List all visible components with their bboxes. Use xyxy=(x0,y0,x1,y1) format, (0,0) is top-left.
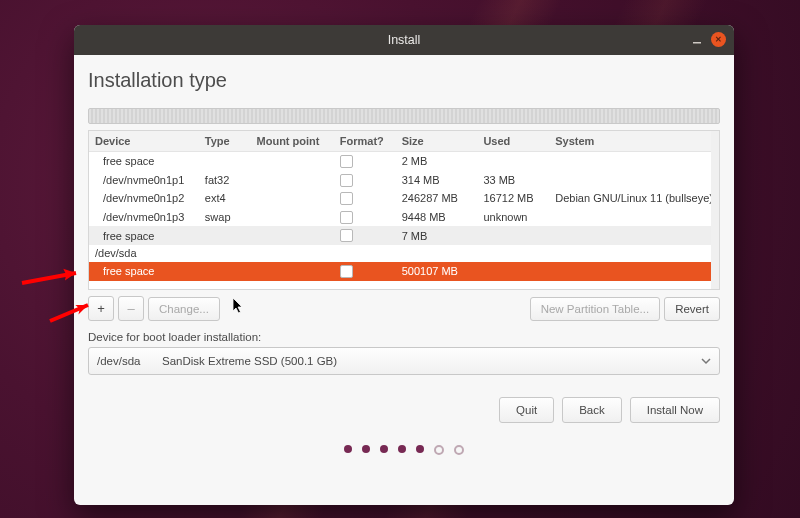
window-title: Install xyxy=(388,33,421,47)
col-size: Size xyxy=(396,131,478,152)
progress-dot xyxy=(454,445,464,455)
remove-partition-button[interactable]: – xyxy=(118,296,144,321)
boot-loader-label: Device for boot loader installation: xyxy=(88,331,720,343)
partition-table: Device Type Mount point Format? Size Use… xyxy=(88,130,720,290)
table-row[interactable]: /dev/nvme0n1p2ext4246287 MB16712 MBDebia… xyxy=(89,189,719,208)
table-row[interactable]: /dev/nvme0n1p1fat32314 MB33 MB xyxy=(89,171,719,190)
progress-dot xyxy=(344,445,352,453)
table-row[interactable]: /dev/sda xyxy=(89,245,719,262)
table-row[interactable]: /dev/nvme0n1p3swap9448 MBunknown xyxy=(89,208,719,227)
table-row[interactable]: free space500107 MB xyxy=(89,262,719,281)
titlebar: Install xyxy=(74,25,734,55)
col-system: System xyxy=(549,131,719,152)
minimize-button[interactable] xyxy=(689,32,704,47)
progress-dot xyxy=(416,445,424,453)
format-checkbox[interactable] xyxy=(340,211,353,224)
col-format: Format? xyxy=(334,131,396,152)
quit-button[interactable]: Quit xyxy=(499,397,554,423)
format-checkbox[interactable] xyxy=(340,174,353,187)
install-button[interactable]: Install Now xyxy=(630,397,720,423)
boot-loader-device-dropdown[interactable]: /dev/sda SanDisk Extreme SSD (500.1 GB) xyxy=(88,347,720,375)
table-header-row: Device Type Mount point Format? Size Use… xyxy=(89,131,719,152)
progress-dot xyxy=(380,445,388,453)
boot-device-desc: SanDisk Extreme SSD (500.1 GB) xyxy=(162,355,337,367)
progress-dots xyxy=(88,445,720,455)
format-checkbox[interactable] xyxy=(340,155,353,168)
change-partition-button[interactable]: Change... xyxy=(148,297,220,321)
scrollbar[interactable] xyxy=(711,131,719,289)
format-checkbox[interactable] xyxy=(340,192,353,205)
chevron-down-icon xyxy=(701,356,711,368)
add-partition-button[interactable]: + xyxy=(88,296,114,321)
col-mount: Mount point xyxy=(251,131,334,152)
close-button[interactable] xyxy=(711,32,726,47)
svg-rect-0 xyxy=(693,42,701,44)
progress-dot xyxy=(434,445,444,455)
format-checkbox[interactable] xyxy=(340,265,353,278)
revert-button[interactable]: Revert xyxy=(664,297,720,321)
partition-toolbar: + – Change... New Partition Table... Rev… xyxy=(88,296,720,321)
col-used: Used xyxy=(477,131,549,152)
progress-dot xyxy=(362,445,370,453)
col-type: Type xyxy=(199,131,251,152)
format-checkbox[interactable] xyxy=(340,229,353,242)
table-row[interactable]: free space2 MB xyxy=(89,152,719,171)
boot-device-path: /dev/sda xyxy=(97,355,162,367)
table-row[interactable]: free space7 MB xyxy=(89,226,719,245)
back-button[interactable]: Back xyxy=(562,397,622,423)
install-window: Install Installation type Device Type Mo… xyxy=(74,25,734,505)
wizard-actions: Quit Back Install Now xyxy=(88,397,720,423)
new-partition-table-button[interactable]: New Partition Table... xyxy=(530,297,660,321)
partition-usage-bar xyxy=(88,108,720,124)
page-title: Installation type xyxy=(88,69,720,92)
progress-dot xyxy=(398,445,406,453)
col-device: Device xyxy=(89,131,199,152)
